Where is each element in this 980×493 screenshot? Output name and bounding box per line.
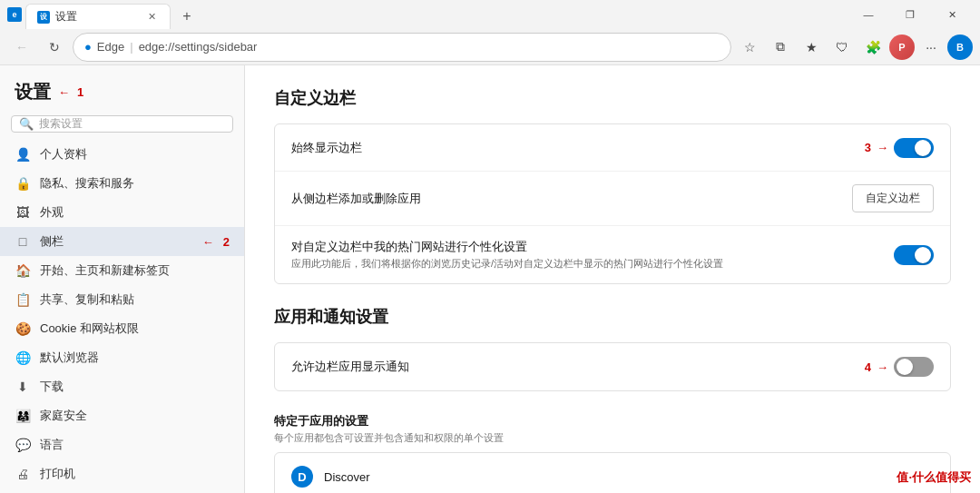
extensions-icon[interactable]: 🧩 (858, 33, 887, 62)
sidebar-item-label: 默认浏览器 (40, 350, 230, 366)
sidebar-item-system[interactable]: 💻 系统和性能 (0, 488, 244, 493)
add-remove-apps-row: 从侧边栏添加或删除应用 自定义边栏 (275, 172, 950, 226)
sidebar-title-row: 设置 ← 1 (0, 65, 244, 112)
bing-button[interactable]: B (947, 35, 973, 60)
apps-card: D Discover › 🔍 搜索 › ◆ 购物 › (274, 452, 951, 493)
allow-notifications-label: 允许边栏应用显示通知 (291, 359, 865, 375)
sidebar-item-sidebar[interactable]: □ 侧栏 ← 2 (0, 227, 244, 256)
cookie-icon: 🍪 (15, 320, 31, 337)
browser-essentials-icon[interactable]: 🛡 (828, 33, 857, 62)
sidebar-item-label: 家庭安全 (40, 408, 230, 424)
profile-nav-icon: 👤 (15, 146, 31, 163)
address-security-icon: ● (84, 40, 92, 54)
close-button[interactable]: ✕ (931, 0, 973, 29)
section1-title: 自定义边栏 (274, 87, 951, 109)
tab-bar: 设 设置 ✕ + (25, 0, 848, 29)
settings-title: 设置 (15, 80, 51, 104)
navigation-bar: ← ↻ ● Edge | edge://settings/sidebar ☆ ⧉… (0, 29, 980, 65)
appearance-icon: 🖼 (15, 204, 31, 221)
title-bar: e 设 设置 ✕ + — ❐ ✕ (0, 0, 980, 29)
sidebar-item-label: 打印机 (40, 466, 230, 482)
active-tab[interactable]: 设 设置 ✕ (25, 4, 171, 29)
language-icon: 💬 (15, 437, 31, 453)
search-icon: 🔍 (19, 117, 34, 131)
sidebar-item-cookies[interactable]: 🍪 Cookie 和网站权限 (0, 314, 244, 343)
sidebar-item-label: Cookie 和网站权限 (40, 320, 230, 337)
annotation-4-group: 4 → (865, 357, 934, 377)
search-settings-box[interactable]: 🔍 搜索设置 (11, 115, 233, 133)
main-area: 设置 ← 1 🔍 搜索设置 👤 个人资料 🔒 隐私、搜索和服务 🖼 外观 (0, 65, 980, 493)
annotation-num-3: 3 (865, 141, 871, 154)
spec-settings-subtitle: 每个应用都包含可设置并包含通知和权限的单个设置 (274, 431, 951, 445)
split-view-icon[interactable]: ⧉ (766, 33, 795, 62)
address-bar[interactable]: ● Edge | edge://settings/sidebar (73, 33, 731, 62)
minimize-button[interactable]: — (848, 0, 889, 29)
maximize-button[interactable]: ❐ (889, 0, 931, 29)
tab-title: 设置 (55, 9, 139, 25)
personalize-hot-sites-row: 对自定义边栏中我的热门网站进行个性化设置 应用此功能后，我们将根据你的浏览历史记… (275, 226, 950, 283)
profile-button[interactable]: P (889, 35, 915, 60)
sidebar-item-label: 下载 (40, 379, 230, 395)
title-bar-left: e (7, 7, 22, 22)
personalize-sublabel: 应用此功能后，我们将根据你的浏览历史记录/活动对自定义边栏中显示的热门网站进行个… (291, 257, 879, 271)
family-icon: 👨‍👩‍👧 (15, 408, 31, 424)
sidebar-item-profile[interactable]: 👤 个人资料 (0, 140, 244, 169)
refresh-button[interactable]: ↻ (40, 33, 69, 62)
search-placeholder: 搜索设置 (39, 116, 83, 132)
section2-card: 允许边栏应用显示通知 4 → (274, 342, 951, 391)
always-show-sidebar-row: 始终显示边栏 3 → (275, 124, 950, 172)
sidebar-item-downloads[interactable]: ⬇ 下载 (0, 372, 244, 401)
sidebar-item-label: 外观 (40, 204, 230, 221)
globe-icon: 🌐 (15, 350, 31, 366)
annotation-arrow-2: ← (202, 235, 214, 249)
home-icon: 🏠 (15, 262, 31, 279)
window-controls: — ❐ ✕ (848, 0, 973, 29)
reading-list-icon[interactable]: ★ (797, 33, 826, 62)
sidebar-item-default-browser[interactable]: 🌐 默认浏览器 (0, 343, 244, 372)
favorites-icon[interactable]: ☆ (735, 33, 764, 62)
tab-close-button[interactable]: ✕ (144, 10, 159, 25)
new-tab-button[interactable]: + (174, 4, 200, 29)
sidebar-item-language[interactable]: 💬 语言 (0, 430, 244, 459)
sidebar-item-start[interactable]: 🏠 开始、主页和新建标签页 (0, 256, 244, 285)
address-separator: | (130, 40, 132, 54)
allow-notifications-toggle[interactable] (894, 357, 934, 377)
printer-icon: 🖨 (15, 466, 31, 482)
annotation-arrow-3: → (877, 141, 888, 154)
nav-right-icons: ☆ ⧉ ★ 🛡 🧩 P ··· B (735, 33, 973, 62)
toggle-knob (915, 140, 931, 156)
customize-sidebar-button[interactable]: 自定义边栏 (852, 184, 934, 212)
toggle-knob (915, 247, 931, 263)
sidebar-item-appearance[interactable]: 🖼 外观 (0, 198, 244, 227)
share-icon: 📋 (15, 291, 31, 308)
annotation-num-4: 4 (865, 360, 871, 374)
toggle-knob (897, 359, 913, 375)
browser-icon: e (7, 7, 22, 22)
annotation-arrow-4: → (877, 360, 888, 374)
sidebar-item-share[interactable]: 📋 共享、复制和粘贴 (0, 285, 244, 314)
address-label: Edge (97, 40, 124, 54)
tab-favicon: 设 (37, 11, 50, 24)
sidebar-item-privacy[interactable]: 🔒 隐私、搜索和服务 (0, 169, 244, 198)
discover-icon: D (291, 466, 313, 488)
sidebar-item-label: 语言 (40, 437, 230, 453)
settings-sidebar: 设置 ← 1 🔍 搜索设置 👤 个人资料 🔒 隐私、搜索和服务 🖼 外观 (0, 65, 245, 493)
annotation-num-1: 1 (77, 85, 83, 99)
download-icon: ⬇ (15, 379, 31, 395)
sidebar-nav-icon: □ (15, 233, 31, 250)
always-show-sidebar-toggle[interactable] (894, 138, 934, 158)
section1-card: 始终显示边栏 3 → 从侧边栏添加或删除应用 自定义边栏 (274, 123, 951, 284)
section2-title: 应用和通知设置 (274, 306, 951, 328)
lock-icon: 🔒 (15, 175, 31, 192)
sidebar-item-printer[interactable]: 🖨 打印机 (0, 459, 244, 488)
add-remove-apps-label: 从侧边栏添加或删除应用 (291, 191, 852, 207)
allow-notifications-row: 允许边栏应用显示通知 4 → (275, 343, 950, 390)
app-row-discover[interactable]: D Discover › (275, 453, 950, 493)
annotation-3-group: 3 → (865, 138, 934, 158)
more-menu-button[interactable]: ··· (916, 33, 946, 62)
back-button[interactable]: ← (7, 33, 36, 62)
personalize-toggle[interactable] (894, 245, 934, 265)
spec-settings-title: 特定于应用的设置 (274, 413, 951, 429)
sidebar-item-family[interactable]: 👨‍👩‍👧 家庭安全 (0, 401, 244, 430)
always-show-sidebar-label: 始终显示边栏 (291, 140, 865, 156)
